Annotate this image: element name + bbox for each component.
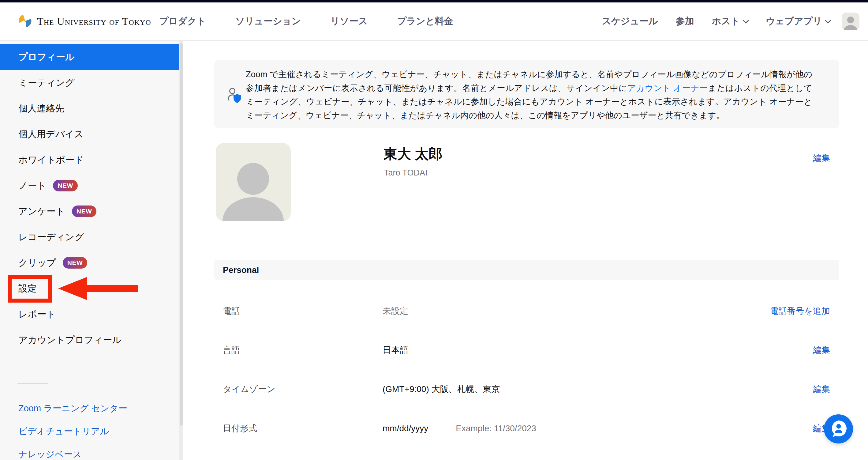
date-format-example: Example: 11/30/2023 — [456, 424, 536, 433]
personal-section-header: Personal — [214, 260, 839, 280]
add-phone-link[interactable]: 電話番号を追加 — [770, 305, 830, 317]
row-date-format: 日付形式 mm/dd/yyyy Example: 11/30/2023 編集 — [214, 422, 830, 435]
main-content: Zoom で主催されるミーティング、ウェビナー、チャット、またはチャネルに参加す… — [183, 41, 868, 460]
row-label: 日付形式 — [214, 423, 382, 434]
sidebar-item-notes[interactable]: ノートNEW — [0, 173, 183, 198]
profile-name-roman: Taro TODAI — [384, 168, 428, 178]
link-learning-center[interactable]: Zoom ラーニング センター — [0, 397, 183, 420]
sidebar-item-surveys[interactable]: アンケートNEW — [0, 198, 183, 224]
section-title: Personal — [223, 265, 259, 275]
row-phone: 電話 未設定 電話番号を追加 — [214, 305, 830, 318]
sidebar-scrollbar-thumb[interactable] — [180, 43, 183, 426]
nav-solutions[interactable]: ソリューション — [235, 15, 301, 28]
new-badge: NEW — [63, 257, 88, 268]
nav-join[interactable]: 参加 — [676, 15, 694, 28]
link-video-tutorials[interactable]: ビデオチュートリアル — [0, 420, 183, 443]
sidebar-item-reports[interactable]: レポート — [0, 301, 183, 327]
chat-person-icon — [830, 420, 847, 438]
sidebar-footer-links: Zoom ラーニング センター ビデオチュートリアル ナレッジベース — [0, 397, 183, 460]
link-knowledge-base[interactable]: ナレッジベース — [0, 443, 183, 460]
sidebar-item-meetings[interactable]: ミーティング — [0, 70, 183, 95]
sidebar-item-devices[interactable]: 個人用デバイス — [0, 121, 183, 147]
privacy-notice-text: Zoom で主催されるミーティング、ウェビナー、チャット、またはチャネルに参加す… — [214, 60, 839, 122]
account-owner-link[interactable]: アカウント オーナー — [627, 83, 708, 93]
nav-host-dropdown[interactable]: ホスト — [712, 15, 748, 28]
sidebar-item-recordings[interactable]: レコーディング — [0, 224, 183, 250]
user-avatar-button[interactable] — [842, 12, 860, 30]
edit-language-link[interactable]: 編集 — [813, 344, 830, 356]
sidebar-item-contacts[interactable]: 個人連絡先 — [0, 95, 183, 121]
nav-schedule[interactable]: スケジュール — [602, 15, 658, 28]
row-value: 未設定 — [382, 305, 408, 317]
nav-products[interactable]: プロダクト — [159, 15, 206, 28]
logo-text: The University of Tokyo — [37, 16, 151, 27]
person-shield-icon — [227, 87, 242, 105]
sidebar: プロフィール ミーティング 個人連絡先 個人用デバイス ホワイトボード ノートN… — [0, 41, 183, 460]
nav-webapp-dropdown[interactable]: ウェブアプリ — [766, 15, 830, 28]
nav-resources[interactable]: リソース — [330, 15, 368, 28]
sidebar-item-settings[interactable]: 設定 — [0, 276, 183, 301]
nav-right: スケジュール 参加 ホスト ウェブアプリ — [602, 15, 830, 28]
new-badge: NEW — [53, 180, 78, 192]
sidebar-item-profile[interactable]: プロフィール — [0, 44, 179, 70]
row-label: タイムゾーン — [214, 383, 382, 395]
new-badge: NEW — [72, 205, 97, 217]
profile-avatar[interactable] — [216, 143, 291, 221]
nav-plans-pricing[interactable]: プランと料金 — [397, 15, 453, 28]
privacy-notice-box: Zoom で主催されるミーティング、ウェビナー、チャット、またはチャネルに参加す… — [214, 60, 839, 128]
person-icon — [216, 151, 291, 221]
row-value: (GMT+9:00) 大阪、札幌、東京 — [382, 383, 500, 395]
chevron-down-icon — [825, 18, 831, 24]
row-value: mm/dd/yyyy — [382, 424, 428, 433]
row-language: 言語 日本語 編集 — [214, 343, 830, 357]
person-icon — [842, 15, 860, 30]
edit-timezone-link[interactable]: 編集 — [813, 383, 830, 395]
university-logo[interactable]: The University of Tokyo — [18, 13, 151, 29]
row-label: 電話 — [214, 305, 382, 317]
row-label: 言語 — [214, 344, 382, 356]
zoom-profile-page: { "header": { "logo_text": "The Universi… — [0, 0, 868, 460]
row-timezone: タイムゾーン (GMT+9:00) 大阪、札幌、東京 編集 — [214, 382, 830, 396]
support-chat-button[interactable] — [824, 414, 853, 443]
sidebar-item-clips[interactable]: クリップNEW — [0, 250, 183, 276]
profile-name: 東大 太郎 — [383, 145, 442, 163]
sidebar-item-account-profile[interactable]: アカウントプロフィール — [0, 327, 183, 353]
sidebar-item-whiteboard[interactable]: ホワイトボード — [0, 147, 183, 173]
sidebar-divider — [18, 383, 48, 384]
ginkgo-logo-icon — [18, 13, 32, 29]
sidebar-menu: プロフィール ミーティング 個人連絡先 個人用デバイス ホワイトボード ノートN… — [0, 41, 183, 353]
profile-edit-link[interactable]: 編集 — [813, 152, 830, 164]
row-value: 日本語 — [382, 344, 408, 356]
browser-top-strip — [0, 0, 868, 2]
nav-left: プロダクト ソリューション リソース プランと料金 — [159, 15, 453, 28]
chevron-down-icon — [743, 18, 749, 24]
top-navbar: The University of Tokyo プロダクト ソリューション リソ… — [0, 2, 868, 41]
